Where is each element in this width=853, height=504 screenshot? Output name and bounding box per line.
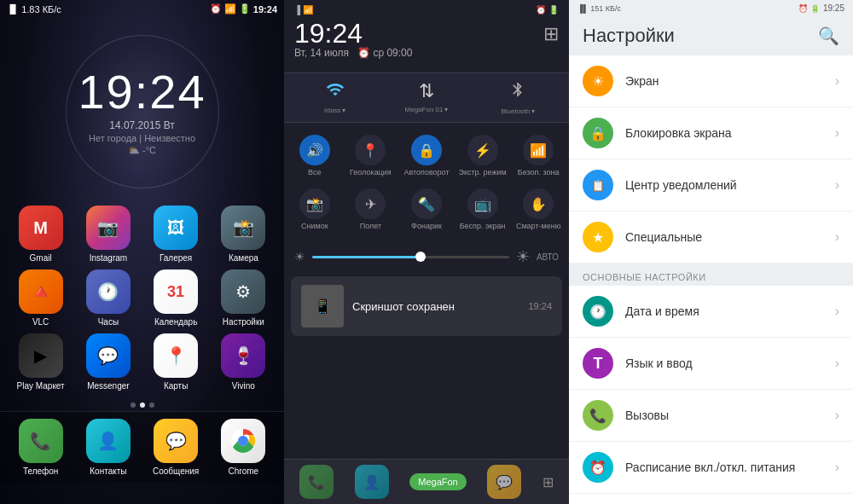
- quick-action-rotate[interactable]: 🔒 Автоповорот: [399, 130, 454, 182]
- app-icon-calendar: 31: [154, 269, 198, 314]
- settings-item-language[interactable]: T Язык и ввод ›: [569, 338, 853, 390]
- app-icon-vlc: 🔺: [19, 269, 63, 314]
- settings-item-schedule[interactable]: ⏰ Расписание вкл./откл. питания ›: [569, 442, 853, 494]
- wifi-label: Irbiss ▾: [324, 107, 345, 114]
- location-icon: 📍: [355, 135, 386, 165]
- app-label-camera: Камера: [229, 253, 258, 263]
- quick-action-nfc[interactable]: 📶 Безоп. зона: [511, 130, 566, 182]
- app-settings[interactable]: ⚙ Настройки: [213, 269, 274, 327]
- notification-panel: ▐ 📶 ⏰ 🔋 19:24 Вт, 14 июля ⏰ ср 09:00 ⊞: [284, 0, 569, 504]
- quick-toggle-wifi[interactable]: Irbiss ▾: [289, 80, 380, 115]
- app-icon-settings: ⚙: [221, 269, 265, 314]
- quick-action-flashlight[interactable]: 🔦 Фонарик: [399, 183, 454, 235]
- app-label-gmail: Gmail: [30, 253, 52, 263]
- quick-action-battery[interactable]: ⚡ Экстр. режим: [456, 130, 510, 182]
- datetime-chevron: ›: [835, 304, 839, 319]
- screenshot-label: Снимок: [301, 222, 328, 230]
- brightness-slider[interactable]: [312, 256, 509, 258]
- bottom-contacts[interactable]: 👤: [355, 465, 389, 499]
- quick-action-cast[interactable]: 📺 Беспр. экран: [456, 183, 510, 235]
- app-vlc[interactable]: 🔺 VLC: [10, 269, 71, 327]
- app-label-instagram: Instagram: [90, 253, 127, 263]
- quick-actions-grid: 🔊 Все 📍 Геолокация 🔒 Автоповорот ⚡ Экстр…: [284, 123, 569, 242]
- app-camera[interactable]: 📸 Камера: [213, 206, 274, 263]
- clock-date: 14.07.2015 Вт: [109, 119, 175, 131]
- quick-action-smartmenu[interactable]: ✋ Смарт-меню: [511, 183, 566, 235]
- app-maps[interactable]: 📍 Карты: [146, 333, 206, 391]
- brightness-high-icon: ☀: [516, 247, 530, 266]
- notif-header: ▐ 📶 ⏰ 🔋 19:24 Вт, 14 июля ⏰ ср 09:00 ⊞: [284, 0, 569, 72]
- settings-item-special[interactable]: ★ Специальные ›: [569, 211, 853, 264]
- quick-action-flight[interactable]: ✈ Полет: [344, 183, 398, 235]
- notification-card[interactable]: 📱 Скриншот сохранен 19:24: [291, 276, 562, 336]
- settings-panel: ▐▌ 151 КБ/с ⏰ 🔋 19:25 Настройки 🔍 ☀ Экра…: [569, 0, 853, 504]
- notif-time-row: 19:24 Вт, 14 июля ⏰ ср 09:00 ⊞: [294, 20, 559, 66]
- special-icon: ★: [583, 222, 613, 252]
- svg-point-2: [240, 437, 247, 445]
- app-gmail[interactable]: M Gmail: [10, 206, 71, 263]
- grid-icon[interactable]: ⊞: [543, 23, 559, 45]
- settings-search-button[interactable]: 🔍: [818, 26, 839, 46]
- app-grid: M Gmail 📷 Instagram 🖼 Галерея 📸 Камера 🔺: [0, 197, 284, 399]
- notif-time-badge: 19:24: [528, 301, 552, 311]
- cast-label: Беспр. экран: [460, 222, 506, 230]
- dock-phone[interactable]: 📞 Телефон: [10, 419, 71, 476]
- quick-action-location[interactable]: 📍 Геолокация: [344, 130, 398, 182]
- special-chevron: ›: [835, 229, 839, 245]
- dock-chrome[interactable]: Chrome: [213, 419, 274, 476]
- signal-icon: ▐▌: [7, 4, 19, 14]
- settings-item-screen[interactable]: ☀ Экран ›: [569, 55, 853, 107]
- app-instagram[interactable]: 📷 Instagram: [78, 206, 138, 263]
- app-vivino[interactable]: 🍷 Vivino: [213, 333, 274, 391]
- app-label-vlc: VLC: [32, 317, 49, 327]
- settings-item-calls[interactable]: 📞 Вызовы ›: [569, 390, 853, 442]
- screen-chevron: ›: [835, 73, 839, 89]
- app-label-messenger: Messenger: [87, 381, 129, 391]
- clock-weather: ⛅ -°C: [128, 145, 156, 156]
- dock-label-phone: Телефон: [23, 466, 58, 476]
- dock-contacts[interactable]: 👤 Контакты: [78, 419, 138, 476]
- app-playmarket[interactable]: ▶ Play Маркет: [10, 333, 71, 391]
- app-icon-instagram: 📷: [86, 206, 131, 250]
- app-label-maps: Карты: [164, 381, 189, 391]
- quick-toggle-bluetooth[interactable]: Bluetooth ▾: [473, 80, 564, 115]
- nfc-label: Безоп. зона: [518, 168, 560, 177]
- battery-label: Экстр. режим: [458, 168, 506, 177]
- settings-item-datetime[interactable]: 🕐 Дата и время ›: [569, 286, 853, 338]
- datetime-label: Дата и время: [625, 304, 835, 318]
- bottom-other[interactable]: ⊞: [543, 474, 554, 490]
- screen-label: Экран: [625, 74, 835, 88]
- language-chevron: ›: [835, 356, 839, 371]
- calls-chevron: ›: [835, 408, 839, 423]
- clock-widget: 19:24 14.07.2015 Вт Нет города | Неизвес…: [0, 18, 284, 197]
- quick-toggles: Irbiss ▾ ⇅ MegaFon 01 ▾ Bluetooth ▾: [284, 72, 569, 123]
- notifications-label: Центр уведомлений: [625, 178, 835, 192]
- settings-header: Настройки 🔍: [569, 16, 853, 55]
- page-dot-2: [140, 403, 145, 408]
- settings-item-notifications[interactable]: 📋 Центр уведомлений ›: [569, 159, 853, 211]
- dock-label-contacts: Контакты: [90, 466, 126, 476]
- app-calendar[interactable]: 31 Календарь: [146, 269, 206, 327]
- quick-action-sound[interactable]: 🔊 Все: [287, 130, 342, 182]
- app-gallery[interactable]: 🖼 Галерея: [146, 206, 206, 263]
- dock-messages[interactable]: 💬 Сообщения: [146, 419, 206, 476]
- app-icon-maps: 📍: [154, 333, 198, 378]
- wifi-toggle-icon: [326, 80, 345, 103]
- notifications-chevron: ›: [835, 177, 839, 193]
- bottom-phone[interactable]: 📞: [299, 465, 334, 499]
- status-bar-left: ▐▌ 1.83 КБ/с: [7, 4, 61, 14]
- settings-item-sim[interactable]: 📱 Управление SIM ›: [569, 494, 853, 504]
- app-clock[interactable]: 🕐 Часы: [78, 269, 138, 327]
- calls-label: Вызовы: [625, 408, 835, 422]
- app-label-playmarket: Play Маркет: [17, 381, 65, 391]
- lockscreen-label: Блокировка экрана: [625, 126, 835, 140]
- settings-item-lockscreen[interactable]: 🔒 Блокировка экрана ›: [569, 107, 853, 159]
- app-icon-clock: 🕐: [86, 269, 131, 314]
- rotate-icon: 🔒: [411, 135, 442, 165]
- quick-action-screenshot[interactable]: 📸 Снимок: [287, 183, 342, 235]
- bottom-messages[interactable]: 💬: [487, 465, 521, 499]
- app-messenger[interactable]: 💬 Messenger: [78, 333, 138, 391]
- settings-list: ☀ Экран › 🔒 Блокировка экрана › 📋 Центр …: [569, 55, 853, 504]
- app-icon-chrome: [221, 419, 265, 463]
- quick-toggle-data[interactable]: ⇅ MegaFon 01 ▾: [380, 80, 472, 115]
